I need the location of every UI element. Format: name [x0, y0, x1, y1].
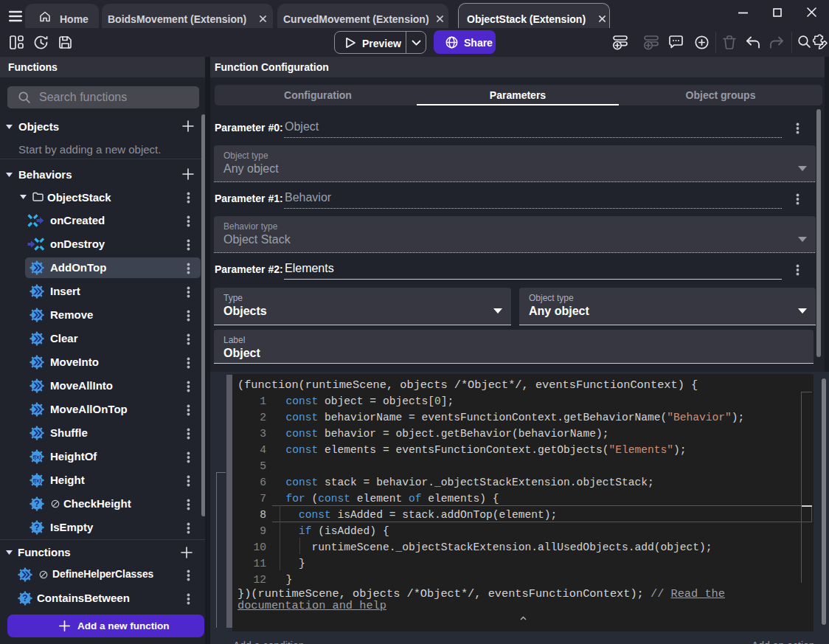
svg-text:?: ?: [22, 593, 27, 603]
svg-text:f(x): f(x): [32, 454, 41, 460]
svg-text:f(x): f(x): [32, 477, 41, 484]
svg-text:?: ?: [34, 522, 39, 533]
svg-text:?: ?: [34, 499, 39, 509]
